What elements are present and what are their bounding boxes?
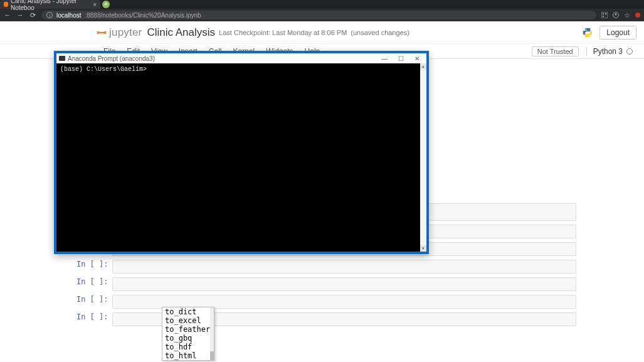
jupyter-logo-icon	[94, 26, 107, 39]
cell-input[interactable]	[112, 260, 576, 274]
url-host: localhost	[56, 12, 81, 19]
autocomplete-scroll-thumb[interactable]	[210, 351, 214, 360]
code-cell[interactable]: In [ ]:	[68, 260, 576, 274]
logout-button[interactable]: Logout	[599, 26, 636, 40]
avatar-icon[interactable]	[613, 12, 619, 18]
address-bar[interactable]: i localhost:8888/notebooks/Clinic%20Anal…	[41, 11, 596, 19]
kernel-status-icon	[626, 48, 633, 55]
scroll-down-button[interactable]: ▾	[420, 245, 426, 252]
terminal-body[interactable]: (base) C:\Users\Gaelim> ▴ ▾	[56, 63, 426, 252]
cell-prompt: In [ ]:	[68, 312, 112, 326]
svg-rect-3	[603, 16, 604, 17]
back-button[interactable]: ←	[4, 11, 11, 19]
svg-rect-1	[603, 13, 604, 14]
scroll-track[interactable]	[420, 70, 426, 245]
jupyter-logo[interactable]: jupyter	[94, 26, 142, 39]
new-tab-area: +	[100, 0, 112, 9]
cell-prompt: In [ ]:	[68, 295, 112, 309]
forward-button[interactable]: →	[16, 11, 24, 19]
svg-rect-0	[601, 12, 608, 18]
minimize-button[interactable]: ―	[376, 54, 393, 63]
code-cell[interactable]: In [ ]:	[68, 312, 576, 326]
site-info-icon[interactable]: i	[46, 12, 53, 18]
autocomplete-item[interactable]: to_html	[162, 351, 214, 360]
terminal-title: Anaconda Prompt (anaconda3)	[68, 55, 376, 62]
terminal-scrollbar[interactable]: ▴ ▾	[420, 63, 426, 252]
svg-point-5	[615, 14, 617, 16]
terminal-icon	[59, 56, 65, 61]
checkpoint-text: Last Checkpoint: Last Monday at 8:06 PM	[219, 29, 347, 36]
autocomplete-item[interactable]: to_feather	[162, 325, 214, 334]
terminal-prompt-line: (base) C:\Users\Gaelim>	[60, 66, 147, 73]
terminal-content[interactable]: (base) C:\Users\Gaelim>	[56, 63, 426, 252]
reload-button[interactable]: ⟳	[29, 11, 36, 19]
notebook-name[interactable]: Clinic Analysis	[147, 26, 215, 39]
jupyter-favicon	[4, 2, 8, 7]
browser-toolbar-right: ☆	[601, 11, 640, 19]
extension-icon[interactable]	[635, 13, 640, 18]
maximize-button[interactable]: ☐	[393, 54, 409, 63]
code-cell[interactable]: In [ ]:	[68, 277, 576, 291]
autocomplete-item[interactable]: to_dict	[162, 307, 214, 316]
python-logo-icon	[582, 27, 593, 38]
bookmark-star-icon[interactable]: ☆	[624, 11, 630, 19]
browser-toolbar: ← → ⟳ i localhost:8888/notebooks/Clinic%…	[0, 9, 644, 21]
url-path: :8888/notebooks/Clinic%20Analysis.ipynb	[85, 12, 201, 19]
jupyter-logo-text: jupyter	[109, 26, 142, 39]
autocomplete-item[interactable]: to_gbq	[162, 334, 214, 343]
code-cell[interactable]: In [ ]:	[68, 295, 576, 309]
anaconda-prompt-window[interactable]: Anaconda Prompt (anaconda3) ― ☐ ✕ (base)…	[54, 51, 429, 254]
autocomplete-popup[interactable]: to_dict to_excel to_feather to_gbq to_hd…	[162, 307, 214, 361]
close-button[interactable]: ✕	[409, 54, 425, 63]
jupyter-header: jupyter Clinic Analysis Last Checkpoint:…	[0, 21, 644, 44]
close-tab-icon[interactable]: ×	[93, 1, 97, 8]
cell-prompt: In [ ]:	[68, 277, 112, 291]
autocomplete-item[interactable]: to_excel	[162, 316, 214, 325]
qr-icon[interactable]	[601, 12, 608, 18]
cell-input[interactable]	[112, 277, 576, 291]
svg-rect-2	[605, 13, 606, 14]
kernel-name: Python 3	[593, 47, 623, 56]
kernel-indicator[interactable]: Python 3	[586, 47, 633, 56]
terminal-titlebar[interactable]: Anaconda Prompt (anaconda3) ― ☐ ✕	[56, 53, 426, 63]
unsaved-indicator: (unsaved changes)	[351, 29, 409, 36]
cell-prompt: In [ ]:	[68, 260, 112, 274]
trust-indicator[interactable]: Not Trusted	[532, 46, 579, 56]
tab-title: Clinic Analysis - Jupyter Noteboo	[11, 0, 90, 11]
autocomplete-item[interactable]: to_hdf	[162, 343, 214, 351]
browser-tab[interactable]: Clinic Analysis - Jupyter Noteboo ×	[0, 0, 100, 9]
scroll-up-button[interactable]: ▴	[420, 63, 426, 70]
new-tab-button[interactable]: +	[102, 1, 110, 8]
browser-tab-strip: Clinic Analysis - Jupyter Noteboo × +	[0, 0, 644, 9]
